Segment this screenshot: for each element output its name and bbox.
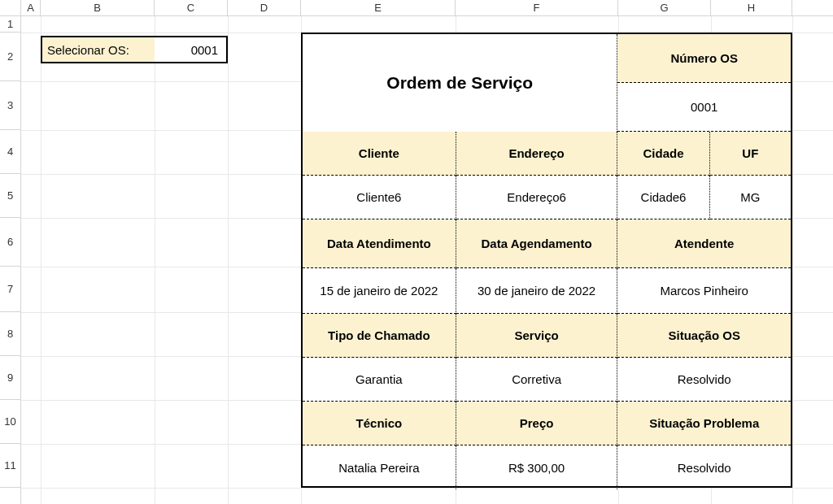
- value-situacao-os: Resolvido: [617, 358, 791, 402]
- row-header-5[interactable]: 5: [0, 174, 20, 218]
- selector-box: Selecionar OS: 0001: [41, 36, 228, 63]
- col-header-h[interactable]: H: [711, 0, 792, 15]
- form-title: Ordem de Serviço: [303, 34, 617, 132]
- value-uf: MG: [710, 176, 791, 219]
- col-header-d[interactable]: D: [228, 0, 301, 15]
- selector-value[interactable]: 0001: [155, 37, 227, 62]
- value-atendente: Marcos Pinheiro: [617, 268, 791, 314]
- value-preco: R$ 300,00: [456, 445, 618, 489]
- header-atendente: Atendente: [617, 219, 791, 268]
- header-tipo-chamado: Tipo de Chamado: [303, 314, 456, 358]
- value-situacao-problema: Resolvido: [617, 445, 791, 489]
- header-tecnico: Técnico: [303, 402, 456, 445]
- row-header-7[interactable]: 7: [0, 267, 20, 312]
- col-header-a[interactable]: A: [21, 0, 41, 15]
- header-situacao-problema: Situação Problema: [617, 402, 791, 445]
- sheet-area[interactable]: Selecionar OS: 0001 Ordem de Serviço Núm…: [21, 16, 833, 504]
- row-header-8[interactable]: 8: [0, 312, 20, 356]
- value-tipo-chamado: Garantia: [303, 358, 456, 402]
- header-endereco: Endereço: [456, 132, 618, 176]
- row-header-10[interactable]: 10: [0, 400, 20, 444]
- row-header-3[interactable]: 3: [0, 81, 20, 130]
- row-headers[interactable]: 1234567891011: [0, 16, 21, 504]
- value-cliente: Cliente6: [303, 176, 456, 219]
- header-situacao-os: Situação OS: [617, 314, 791, 358]
- header-preco: Preço: [456, 402, 618, 445]
- value-servico: Corretiva: [456, 358, 618, 402]
- header-servico: Serviço: [456, 314, 618, 358]
- value-cidade: Cidade6: [617, 176, 709, 219]
- header-data-agendamento: Data Agendamento: [456, 219, 618, 268]
- header-cidade: Cidade: [617, 132, 709, 176]
- value-data-atendimento: 15 de janeiro de 2022: [303, 268, 456, 314]
- col-header-f[interactable]: F: [456, 0, 618, 15]
- header-data-atendimento: Data Atendimento: [303, 219, 456, 268]
- select-all-corner[interactable]: [0, 0, 21, 16]
- col-header-c[interactable]: C: [155, 0, 228, 15]
- row-header-9[interactable]: 9: [0, 356, 20, 400]
- header-cliente: Cliente: [303, 132, 456, 176]
- service-order-form: Ordem de Serviço Número OS 0001 Cliente …: [301, 33, 792, 488]
- value-tecnico: Natalia Pereira: [303, 445, 456, 489]
- header-uf: UF: [710, 132, 791, 176]
- row-header-1[interactable]: 1: [0, 16, 20, 33]
- value-endereco: Endereço6: [456, 176, 618, 219]
- col-header-e[interactable]: E: [301, 0, 456, 15]
- numero-os-label: Número OS: [617, 34, 791, 83]
- column-headers[interactable]: ABCDEFGH: [21, 0, 833, 16]
- selector-label: Selecionar OS:: [42, 37, 155, 62]
- row-header-2[interactable]: 2: [0, 33, 20, 81]
- value-data-agendamento: 30 de janeiro de 2022: [456, 268, 618, 314]
- col-header-b[interactable]: B: [41, 0, 155, 15]
- row-header-4[interactable]: 4: [0, 130, 20, 174]
- numero-os-value: 0001: [617, 83, 791, 132]
- row-header-6[interactable]: 6: [0, 218, 20, 267]
- row-header-11[interactable]: 11: [0, 444, 20, 488]
- col-header-g[interactable]: G: [618, 0, 711, 15]
